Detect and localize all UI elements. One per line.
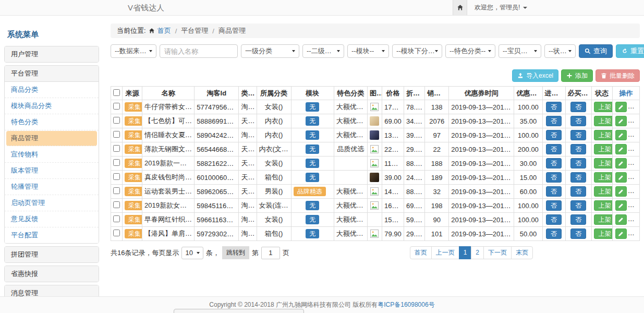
must-buy-toggle[interactable]: 否 (570, 200, 586, 211)
row-checkbox[interactable] (113, 131, 120, 138)
import-select-toggle[interactable]: 否 (546, 144, 562, 154)
batch-delete-button[interactable]: 批量删除 (596, 69, 640, 82)
sidebar-item-version-management[interactable]: 版本管理 (5, 163, 99, 179)
sidebar-item-feedback[interactable]: 意见反馈 (5, 211, 99, 227)
import-select-toggle[interactable]: 否 (546, 158, 562, 168)
sidebar-item-feature-category[interactable]: 特色分类 (5, 114, 99, 130)
cell-source: 采集 (123, 171, 142, 185)
edit-button[interactable] (615, 228, 627, 239)
filter-select-category-l1[interactable]: 一级分类 (241, 44, 299, 58)
sidebar-item-platform-config[interactable]: 平台配置 (5, 227, 99, 243)
breadcrumb-home-link[interactable]: 首页 (157, 26, 171, 35)
cell-taoke-id: 565446685867 (195, 142, 239, 156)
edit-button[interactable] (615, 172, 627, 183)
edit-button[interactable] (615, 200, 627, 211)
import-select-toggle[interactable]: 否 (546, 130, 562, 140)
row-checkbox[interactable] (113, 201, 120, 208)
must-buy-toggle[interactable]: 否 (570, 158, 586, 168)
sidebar-item-product-category[interactable]: 商品分类 (5, 82, 99, 98)
import-select-toggle[interactable]: 否 (546, 200, 562, 211)
status-button[interactable]: 上架 (594, 116, 613, 126)
row-checkbox[interactable] (113, 215, 120, 222)
filter-select-status[interactable]: --状态-- (544, 44, 576, 58)
edit-button[interactable] (615, 144, 627, 154)
sidebar-group-header-express-news[interactable]: 省惠快报 (5, 266, 99, 282)
row-checkbox[interactable] (113, 117, 120, 124)
page-button-next[interactable]: 下一页 (483, 246, 512, 259)
edit-button[interactable] (615, 116, 627, 126)
sidebar-item-carousel-management[interactable]: 轮播管理 (5, 179, 99, 195)
import-select-toggle[interactable]: 否 (546, 102, 562, 112)
reset-button[interactable]: 重置 (616, 44, 644, 58)
edit-button[interactable] (615, 186, 627, 197)
status-button[interactable]: 上架 (594, 172, 613, 183)
add-button[interactable]: 添加 (561, 69, 593, 82)
row-checkbox[interactable] (113, 103, 120, 110)
status-button[interactable]: 上架 (594, 200, 613, 211)
cell-icon (367, 199, 382, 213)
sidebar-group-header-message-management[interactable]: 消息管理 (5, 285, 99, 296)
import-select-toggle[interactable]: 否 (546, 228, 562, 239)
edit-button[interactable] (615, 130, 627, 140)
row-checkbox[interactable] (113, 173, 120, 180)
filter-select-module[interactable]: --模块-- (347, 44, 389, 58)
must-buy-toggle[interactable]: 否 (570, 172, 586, 183)
must-buy-toggle[interactable]: 否 (570, 116, 586, 126)
jump-button[interactable]: 跳转到 (222, 246, 249, 259)
home-button[interactable] (453, 0, 467, 15)
cell-taoke-id: 588869917501 (195, 114, 239, 128)
sidebar-item-module-product-category[interactable]: 模块商品分类 (5, 98, 99, 114)
status-button[interactable]: 上架 (594, 228, 613, 239)
import-excel-button[interactable]: 导入excel (512, 69, 558, 82)
status-button[interactable]: 上架 (594, 144, 613, 154)
icp-link[interactable]: 粤ICP备16098006号 (378, 301, 434, 308)
import-select-toggle[interactable]: 否 (546, 116, 562, 126)
sidebar-group-header-group-buy-management[interactable]: 拼团管理 (5, 247, 99, 262)
search-button[interactable]: 查询 (579, 44, 613, 58)
row-checkbox[interactable] (113, 230, 120, 236)
status-button[interactable]: 上架 (594, 158, 613, 168)
page-button-page-2[interactable]: 2 (471, 246, 484, 259)
filter-select-data-source[interactable]: --数据来源-- (111, 44, 156, 58)
import-select-toggle[interactable]: 否 (546, 186, 562, 197)
filter-select-item-type[interactable]: --宝贝类型-- (499, 44, 541, 58)
edit-button[interactable] (615, 158, 627, 168)
select-all-checkbox[interactable] (113, 89, 120, 96)
sidebar-item-splash-page-management[interactable]: 启动页管理 (5, 195, 99, 211)
cell-sales: 189 (425, 171, 449, 185)
filter-select-feature-category[interactable]: --特色分类-- (445, 44, 495, 58)
must-buy-toggle[interactable]: 否 (570, 130, 586, 140)
page-button-first[interactable]: 首页 (410, 246, 432, 259)
status-button[interactable]: 上架 (594, 130, 613, 140)
column-header-10: 折后价 (404, 87, 425, 100)
filter-select-category-l2[interactable]: --二级分类-- (302, 44, 344, 58)
row-checkbox[interactable] (113, 159, 120, 166)
cell-icon (367, 185, 382, 199)
status-button[interactable]: 上架 (594, 186, 613, 197)
must-buy-toggle[interactable]: 否 (570, 186, 586, 197)
must-buy-toggle[interactable]: 否 (570, 214, 586, 225)
edit-button[interactable] (615, 102, 627, 112)
sidebar-group-header-user-management[interactable]: 用户管理 (5, 46, 99, 62)
status-button[interactable]: 上架 (594, 214, 613, 225)
sidebar-item-product-management[interactable]: 商品管理 (6, 131, 97, 146)
row-checkbox[interactable] (113, 187, 120, 194)
must-buy-toggle[interactable]: 否 (570, 102, 586, 112)
filter-select-module-subcategory[interactable]: --模块下分类-- (392, 44, 442, 58)
user-menu[interactable]: 欢迎您，管理员! (475, 3, 527, 12)
per-page-select[interactable]: 10 (181, 247, 203, 259)
import-select-toggle[interactable]: 否 (546, 214, 562, 225)
page-button-prev[interactable]: 上一页 (431, 246, 459, 259)
sidebar-item-promo-materials[interactable]: 宣传物料 (5, 147, 99, 163)
page-number-input[interactable] (261, 247, 280, 259)
must-buy-toggle[interactable]: 否 (570, 228, 586, 239)
status-button[interactable]: 上架 (594, 102, 613, 112)
edit-button[interactable] (615, 214, 627, 225)
page-button-last[interactable]: 末页 (511, 246, 533, 259)
must-buy-toggle[interactable]: 否 (570, 144, 586, 154)
row-checkbox[interactable] (113, 145, 120, 152)
import-select-toggle[interactable]: 否 (546, 172, 562, 183)
sidebar-group-header-platform-management[interactable]: 平台管理 (5, 66, 99, 82)
page-button-page-1[interactable]: 1 (459, 246, 472, 259)
filter-input-product-name[interactable] (160, 44, 238, 58)
